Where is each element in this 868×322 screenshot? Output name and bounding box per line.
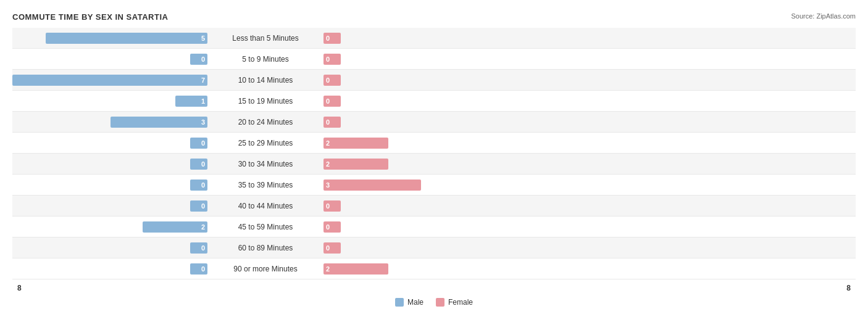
chart-row: 025 to 29 Minutes2 xyxy=(12,133,856,154)
axis-left-value: 8 xyxy=(12,284,210,292)
male-section: 3 xyxy=(12,117,210,128)
male-section: 5 xyxy=(12,33,210,44)
female-section: 3 xyxy=(321,180,856,191)
female-section: 0 xyxy=(321,75,856,86)
row-label: 45 to 59 Minutes xyxy=(210,223,321,231)
male-bar: 5 xyxy=(46,33,208,44)
female-bar-stub: 0 xyxy=(323,200,341,212)
female-section: 0 xyxy=(321,117,856,128)
chart-container: COMMUTE TIME BY SEX IN SATARTIA Source: … xyxy=(12,6,856,313)
chart-row: 710 to 14 Minutes0 xyxy=(12,70,856,91)
female-bar-stub: 0 xyxy=(323,117,341,128)
chart-area: 5Less than 5 Minutes005 to 9 Minutes0710… xyxy=(12,28,856,279)
chart-row: 060 to 89 Minutes0 xyxy=(12,237,856,258)
male-section: 0 xyxy=(12,138,210,149)
legend-male: Male xyxy=(395,298,424,307)
male-bar-stub: 0 xyxy=(190,159,207,170)
chart-row: 245 to 59 Minutes0 xyxy=(12,217,856,237)
row-label: 10 to 14 Minutes xyxy=(210,76,321,85)
chart-row: 090 or more Minutes2 xyxy=(12,258,856,279)
female-section: 0 xyxy=(321,221,856,233)
row-label: 40 to 44 Minutes xyxy=(210,202,321,210)
chart-row: 030 to 34 Minutes2 xyxy=(12,154,856,175)
female-bar-stub: 0 xyxy=(323,221,341,233)
female-label: Female xyxy=(448,298,473,307)
female-bar-stub: 0 xyxy=(323,242,341,254)
female-bar: 2 xyxy=(323,159,388,170)
row-label: 5 to 9 Minutes xyxy=(210,55,321,64)
chart-row: 320 to 24 Minutes0 xyxy=(12,112,856,133)
female-section: 0 xyxy=(321,54,856,65)
female-bar-stub: 0 xyxy=(323,75,341,86)
male-label: Male xyxy=(407,298,424,307)
row-label: 15 to 19 Minutes xyxy=(210,97,321,105)
male-bar-stub: 0 xyxy=(190,138,207,149)
chart-row: 040 to 44 Minutes0 xyxy=(12,196,856,217)
female-bar-stub: 0 xyxy=(323,33,341,44)
female-section: 0 xyxy=(321,33,856,44)
female-section: 0 xyxy=(321,96,856,107)
legend: Male Female xyxy=(12,298,856,307)
axis-row: 8 8 xyxy=(12,281,856,295)
male-section: 0 xyxy=(12,180,210,191)
male-bar-stub: 0 xyxy=(190,180,207,191)
female-section: 0 xyxy=(321,200,856,212)
male-bar-stub: 0 xyxy=(190,242,207,254)
row-label: 30 to 34 Minutes xyxy=(210,160,321,168)
male-section: 2 xyxy=(12,221,210,233)
female-bar: 3 xyxy=(323,180,421,191)
female-bar: 2 xyxy=(323,138,388,149)
chart-row: 035 to 39 Minutes3 xyxy=(12,175,856,196)
female-section: 2 xyxy=(321,263,856,275)
female-bar: 2 xyxy=(323,263,388,275)
female-section: 2 xyxy=(321,138,856,149)
source-text: Source: ZipAtlas.com xyxy=(791,12,856,20)
male-section: 7 xyxy=(12,75,210,86)
male-section: 0 xyxy=(12,200,210,212)
row-label: 25 to 29 Minutes xyxy=(210,139,321,147)
row-label: 60 to 89 Minutes xyxy=(210,244,321,252)
male-section: 0 xyxy=(12,159,210,170)
female-section: 2 xyxy=(321,159,856,170)
male-bar: 1 xyxy=(175,96,208,107)
row-label: 35 to 39 Minutes xyxy=(210,181,321,189)
female-bar-stub: 0 xyxy=(323,96,341,107)
chart-row: 05 to 9 Minutes0 xyxy=(12,49,856,70)
axis-right-value: 8 xyxy=(321,284,856,292)
row-label: Less than 5 Minutes xyxy=(210,34,321,43)
male-section: 0 xyxy=(12,242,210,254)
row-label: 20 to 24 Minutes xyxy=(210,118,321,126)
chart-row: 5Less than 5 Minutes0 xyxy=(12,28,856,49)
male-bar-stub: 0 xyxy=(190,263,207,275)
female-section: 0 xyxy=(321,242,856,254)
male-bar-stub: 0 xyxy=(190,200,207,212)
male-swatch xyxy=(395,298,404,307)
male-section: 0 xyxy=(12,54,210,65)
male-bar-stub: 0 xyxy=(190,54,207,65)
male-bar: 7 xyxy=(12,75,207,86)
row-label: 90 or more Minutes xyxy=(210,265,321,273)
legend-female: Female xyxy=(436,298,473,307)
male-section: 1 xyxy=(12,96,210,107)
male-bar: 2 xyxy=(143,221,207,233)
chart-row: 115 to 19 Minutes0 xyxy=(12,91,856,112)
chart-title: COMMUTE TIME BY SEX IN SATARTIA xyxy=(12,12,168,22)
female-swatch xyxy=(436,298,444,307)
male-section: 0 xyxy=(12,263,210,275)
female-bar-stub: 0 xyxy=(323,54,341,65)
male-bar: 3 xyxy=(111,117,208,128)
